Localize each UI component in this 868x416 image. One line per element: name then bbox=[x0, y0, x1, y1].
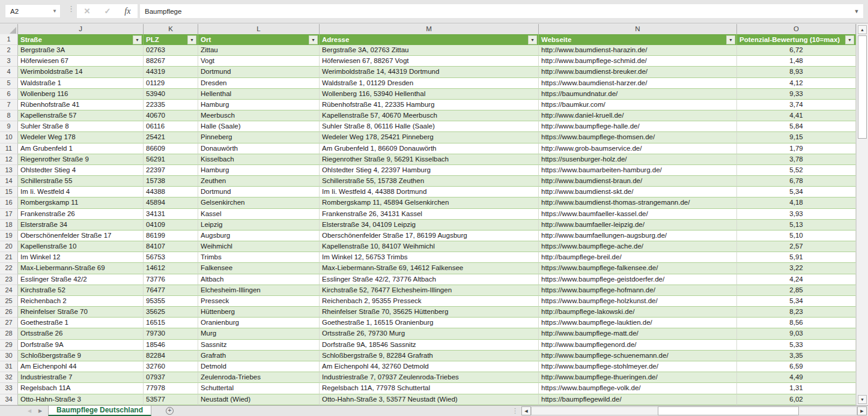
cell-potenzial[interactable]: 1,48 bbox=[737, 56, 856, 67]
cell-webseite[interactable]: http://www.daniel-kruell.de/ bbox=[539, 110, 737, 121]
cell-strasse[interactable]: Wollenberg 116 bbox=[18, 89, 144, 100]
cell-adresse[interactable]: Regelsbach 11A, 77978 Schuttertal bbox=[320, 383, 539, 394]
cell-strasse[interactable]: Kapellenstraße 57 bbox=[18, 110, 144, 121]
filter-dropdown-icon[interactable]: ▼ bbox=[528, 35, 537, 44]
row-number[interactable]: 9 bbox=[0, 121, 18, 132]
cell-potenzial[interactable]: 5,34 bbox=[737, 187, 856, 197]
row-number[interactable]: 30 bbox=[0, 351, 18, 361]
tab-scroll-left-icon[interactable]: ◀ bbox=[28, 408, 31, 414]
cell-plz[interactable]: 02763 bbox=[144, 45, 198, 56]
cell-webseite[interactable]: https://www.baumfaeller-kassel.de/ bbox=[539, 209, 737, 220]
cell-adresse[interactable]: Rheinfelser Straße 70, 35625 Hüttenberg bbox=[320, 307, 539, 318]
cell-strasse[interactable]: Regelsbach 11A bbox=[18, 383, 144, 394]
cell-ort[interactable]: Hüttenberg bbox=[198, 307, 320, 318]
cell-webseite[interactable]: http://baumpflege-lakowski.de/ bbox=[539, 307, 737, 318]
cell-adresse[interactable]: Goethestraße 1, 16515 Oranienburg bbox=[320, 318, 539, 328]
cell-webseite[interactable]: https://www.baumpflege-ache.de/ bbox=[539, 241, 737, 252]
cell-adresse[interactable]: Wedeler Weg 178, 25421 Pinneberg bbox=[320, 132, 539, 143]
cell-adresse[interactable]: Schloßbergstraße 9, 82284 Grafrath bbox=[320, 351, 539, 361]
vertical-scrollbar-thumb[interactable] bbox=[858, 35, 867, 139]
formula-bar[interactable]: Baumpflege ▼ bbox=[140, 4, 863, 18]
scroll-up-icon[interactable]: ▲ bbox=[858, 25, 867, 34]
cell-potenzial[interactable]: 6,02 bbox=[737, 394, 856, 405]
cell-strasse[interactable]: Industriestraße 7 bbox=[18, 372, 144, 383]
filter-dropdown-icon[interactable]: ▼ bbox=[309, 35, 318, 44]
cell-potenzial[interactable]: 6,59 bbox=[737, 361, 856, 372]
cell-adresse[interactable]: Kapellenstraße 10, 84107 Weihmichl bbox=[320, 241, 539, 252]
cell-webseite[interactable]: https://www.baumarbeiten-hamburg.de/ bbox=[539, 165, 737, 176]
header-cell-plz[interactable]: PLZ▼ bbox=[144, 34, 198, 45]
cell-adresse[interactable]: Kirchstraße 52, 76477 Elchesheim-Illinge… bbox=[320, 285, 539, 296]
cell-strasse[interactable]: Schillerstraße 55 bbox=[18, 176, 144, 187]
cell-strasse[interactable]: Kapellenstraße 10 bbox=[18, 241, 144, 252]
cell-potenzial[interactable]: 3,93 bbox=[737, 209, 856, 220]
cell-webseite[interactable]: https://susenburger-holz.de/ bbox=[539, 154, 737, 165]
cell-webseite[interactable]: http://www.baumpflege-stohlmeyer.de/ bbox=[539, 361, 737, 372]
cell-potenzial[interactable]: 4,18 bbox=[737, 197, 856, 208]
cell-potenzial[interactable]: 5,10 bbox=[737, 231, 856, 241]
tab-scroll-right-icon[interactable]: ▶ bbox=[38, 408, 42, 414]
cell-plz[interactable]: 07937 bbox=[144, 372, 198, 383]
cell-adresse[interactable]: Kapellenstraße 57, 40670 Meerbusch bbox=[320, 110, 539, 121]
cell-adresse[interactable]: Esslinger Straße 42/2, 73776 Altbach bbox=[320, 274, 539, 285]
cell-potenzial[interactable]: 8,23 bbox=[737, 307, 856, 318]
cell-plz[interactable]: 79730 bbox=[144, 328, 198, 339]
cell-adresse[interactable]: Werimboldstraße 14, 44319 Dortmund bbox=[320, 67, 539, 77]
cell-adresse[interactable]: Reichenbach 2, 95355 Presseck bbox=[320, 296, 539, 307]
cell-strasse[interactable]: Ohlstedter Stieg 4 bbox=[18, 165, 144, 176]
row-number[interactable]: 21 bbox=[0, 252, 18, 263]
row-number[interactable]: 33 bbox=[0, 383, 18, 394]
cell-strasse[interactable]: Bergstraße 3A bbox=[18, 45, 144, 56]
row-number[interactable]: 26 bbox=[0, 307, 18, 318]
cell-ort[interactable]: Falkensee bbox=[198, 263, 320, 274]
row-number[interactable]: 7 bbox=[0, 100, 18, 110]
cell-adresse[interactable]: Bergstraße 3A, 02763 Zittau bbox=[320, 45, 539, 56]
cell-plz[interactable]: 45894 bbox=[144, 197, 198, 208]
cell-webseite[interactable]: https://baumpflegewild.de/ bbox=[539, 394, 737, 405]
row-number[interactable]: 20 bbox=[0, 241, 18, 252]
cell-ort[interactable]: Weihmichl bbox=[198, 241, 320, 252]
cell-ort[interactable]: Murg bbox=[198, 328, 320, 339]
cell-ort[interactable]: Kassel bbox=[198, 209, 320, 220]
cell-plz[interactable]: 56291 bbox=[144, 154, 198, 165]
cell-strasse[interactable]: Schloßbergstraße 9 bbox=[18, 351, 144, 361]
cell-ort[interactable]: Dresden bbox=[198, 78, 320, 89]
cell-plz[interactable]: 32760 bbox=[144, 361, 198, 372]
new-sheet-icon[interactable]: + bbox=[166, 407, 174, 415]
cell-ort[interactable]: Altbach bbox=[198, 274, 320, 285]
cell-ort[interactable]: Grafrath bbox=[198, 351, 320, 361]
cell-ort[interactable]: Dortmund bbox=[198, 187, 320, 197]
cell-strasse[interactable]: Elsterstraße 34 bbox=[18, 220, 144, 231]
cell-webseite[interactable]: https://www.baumpflege-lauktien.de/ bbox=[539, 318, 737, 328]
cell-potenzial[interactable]: 3,22 bbox=[737, 263, 856, 274]
row-number[interactable]: 28 bbox=[0, 328, 18, 339]
cell-plz[interactable]: 18546 bbox=[144, 340, 198, 351]
cell-ort[interactable]: Gelsenkirchen bbox=[198, 197, 320, 208]
cell-plz[interactable]: 44388 bbox=[144, 187, 198, 197]
cell-strasse[interactable]: Waldstraße 1 bbox=[18, 78, 144, 89]
cell-plz[interactable]: 82284 bbox=[144, 351, 198, 361]
row-number[interactable]: 15 bbox=[0, 187, 18, 197]
cell-strasse[interactable]: Max-Liebermann-Straße 69 bbox=[18, 263, 144, 274]
cell-potenzial[interactable]: 6,78 bbox=[737, 176, 856, 187]
cell-plz[interactable]: 73776 bbox=[144, 274, 198, 285]
cell-webseite[interactable]: https://baumundnatur.de/ bbox=[539, 89, 737, 100]
cell-webseite[interactable]: http://www.baumpflegenord.de/ bbox=[539, 340, 737, 351]
cell-adresse[interactable]: Industriestraße 7, 07937 Zeulenroda-Trie… bbox=[320, 372, 539, 383]
cell-strasse[interactable]: Ortsstraße 26 bbox=[18, 328, 144, 339]
cell-plz[interactable]: 53940 bbox=[144, 89, 198, 100]
cell-adresse[interactable]: Dorfstraße 9A, 18546 Sassnitz bbox=[320, 340, 539, 351]
select-all-corner[interactable] bbox=[0, 24, 18, 34]
cell-potenzial[interactable]: 3,78 bbox=[737, 154, 856, 165]
row-number[interactable]: 18 bbox=[0, 220, 18, 231]
cell-potenzial[interactable]: 3,35 bbox=[737, 351, 856, 361]
cell-potenzial[interactable]: 9,03 bbox=[737, 328, 856, 339]
cell-webseite[interactable]: http://www.baumdienst-braun.de/ bbox=[539, 176, 737, 187]
row-number[interactable]: 27 bbox=[0, 318, 18, 328]
cell-ort[interactable]: Halle (Saale) bbox=[198, 121, 320, 132]
cell-potenzial[interactable]: 5,13 bbox=[737, 220, 856, 231]
cell-webseite[interactable]: http://www.baumpflege-schuenemann.de/ bbox=[539, 351, 737, 361]
cell-ort[interactable]: Presseck bbox=[198, 296, 320, 307]
cell-potenzial[interactable]: 2,85 bbox=[737, 285, 856, 296]
cell-potenzial[interactable]: 2,57 bbox=[737, 241, 856, 252]
